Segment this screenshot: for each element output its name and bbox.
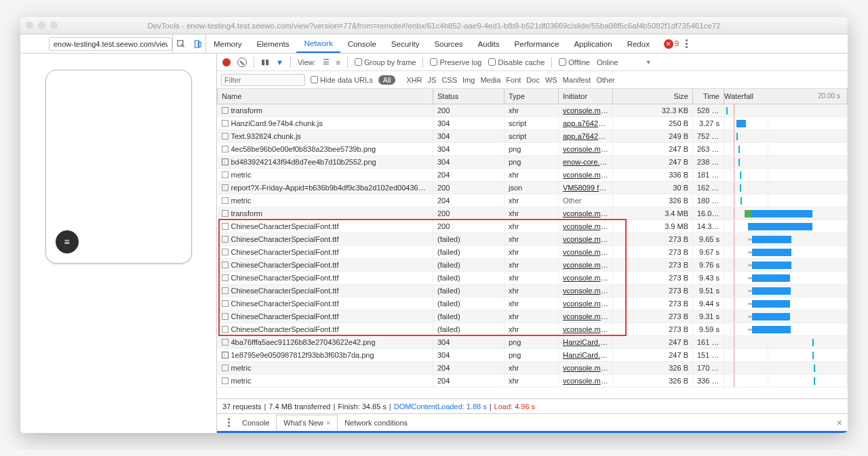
table-row[interactable]: ChineseCharacterSpecialFont.ttf(failed)x… xyxy=(218,284,848,297)
initiator-link[interactable]: Other xyxy=(563,196,582,205)
tab-sources[interactable]: Sources xyxy=(427,35,470,53)
table-row[interactable]: 4ec58be96b0e00ef0b838a23bee5739b.png304p… xyxy=(218,142,848,155)
close-drawer-icon[interactable]: × xyxy=(837,417,842,428)
table-row[interactable]: transform200xhrvconsole.mi…3.4 MB16.02 s xyxy=(218,207,848,220)
table-row[interactable]: metric204xhrOther326 B180 ms xyxy=(218,194,848,207)
record-icon[interactable] xyxy=(222,58,231,66)
tab-network[interactable]: Network xyxy=(296,35,340,53)
tab-security[interactable]: Security xyxy=(384,35,427,53)
initiator-link[interactable]: vconsole.mi… xyxy=(563,274,610,282)
filter-icon[interactable]: ▼ xyxy=(276,58,283,66)
drawer-more-icon[interactable] xyxy=(222,418,235,427)
table-row[interactable]: ChineseCharacterSpecialFont.ttf(failed)x… xyxy=(218,323,848,335)
file-icon xyxy=(222,262,229,268)
col-name[interactable]: Name xyxy=(218,89,433,104)
initiator-link[interactable]: HanziCard.9… xyxy=(563,351,612,359)
table-row[interactable]: ChineseCharacterSpecialFont.ttf200xhrvco… xyxy=(218,220,848,232)
inspect-element-icon[interactable] xyxy=(173,35,189,53)
initiator-link[interactable]: vconsole.mi… xyxy=(563,222,610,230)
small-rows-icon[interactable]: ≡ xyxy=(336,58,340,66)
throttle-select[interactable]: Online xyxy=(597,58,618,66)
menu-fab-icon[interactable]: ≡ xyxy=(56,230,79,253)
initiator-link[interactable]: vconsole.mi… xyxy=(563,145,610,153)
initiator-link[interactable]: app.a76423.… xyxy=(563,119,612,127)
table-row[interactable]: 1e8795e9e050987812f93bb3f603b7da.png304p… xyxy=(218,348,848,361)
drawer-whatsnew[interactable]: What's New× xyxy=(276,415,338,431)
table-row[interactable]: ChineseCharacterSpecialFont.ttf(failed)x… xyxy=(218,258,848,271)
table-row[interactable]: transform200xhrvconsole.mi…32.3 KB528 ms xyxy=(218,104,848,117)
initiator-link[interactable]: enow-core.6… xyxy=(563,158,612,166)
filter-input[interactable] xyxy=(221,74,305,86)
table-row[interactable]: ChineseCharacterSpecialFont.ttf(failed)x… xyxy=(218,245,848,258)
tab-application[interactable]: Application xyxy=(566,35,619,53)
initiator-link[interactable]: vconsole.mi… xyxy=(563,209,610,217)
initiator-link[interactable]: VM58099 fa… xyxy=(563,184,610,192)
filter-all[interactable]: All xyxy=(378,75,396,85)
initiator-link[interactable]: vconsole.mi… xyxy=(563,106,610,115)
filter-media[interactable]: Media xyxy=(480,76,500,84)
network-table[interactable]: Name Status Type Initiator Size Time Wat… xyxy=(217,89,848,398)
col-waterfall[interactable]: Waterfall20.00 s xyxy=(724,89,848,104)
hide-data-urls-checkbox[interactable]: Hide data URLs xyxy=(311,76,373,84)
more-icon[interactable] xyxy=(686,39,688,48)
initiator-link[interactable]: app.a76423.… xyxy=(563,132,612,140)
tab-elements[interactable]: Elements xyxy=(250,35,297,53)
device-toolbar-icon[interactable] xyxy=(189,35,205,53)
tab-audits[interactable]: Audits xyxy=(471,35,507,53)
table-row[interactable]: ChineseCharacterSpecialFont.ttf(failed)x… xyxy=(218,271,848,284)
initiator-link[interactable]: vconsole.mi… xyxy=(563,287,610,295)
table-row[interactable]: Text.932824.chunk.js304scriptapp.a76423.… xyxy=(218,129,848,142)
initiator-link[interactable]: vconsole.mi… xyxy=(563,235,610,243)
table-row[interactable]: metric204xhrvconsole.mi…336 B181 ms xyxy=(218,168,848,181)
table-row[interactable]: report?X-Friday-Appid=b636b9b4df9c3ba2d1… xyxy=(218,181,848,194)
preserve-log-checkbox[interactable]: Preserve log xyxy=(430,58,481,66)
clear-icon[interactable] xyxy=(237,58,247,67)
camera-icon[interactable]: ▮▮ xyxy=(261,58,269,66)
tab-console[interactable]: Console xyxy=(340,35,384,53)
table-row[interactable]: metric204xhrvconsole.mi…326 B170 ms xyxy=(218,361,848,374)
table-row[interactable]: ChineseCharacterSpecialFont.ttf(failed)x… xyxy=(218,297,848,310)
filter-img[interactable]: Img xyxy=(462,76,475,84)
table-row[interactable]: HanziCard.9e74b4.chunk.js304scriptapp.a7… xyxy=(218,117,848,129)
filter-manifest[interactable]: Manifest xyxy=(563,76,591,84)
table-row[interactable]: ChineseCharacterSpecialFont.ttf(failed)x… xyxy=(218,232,848,245)
table-row[interactable]: metric204xhrvconsole.mi…326 B336 ms xyxy=(218,374,848,387)
address-input[interactable] xyxy=(49,37,172,51)
filter-css[interactable]: CSS xyxy=(441,76,457,84)
initiator-link[interactable]: vconsole.mi… xyxy=(563,364,610,372)
col-time[interactable]: Time xyxy=(693,89,724,104)
initiator-link[interactable]: vconsole.mi… xyxy=(563,248,610,256)
offline-checkbox[interactable]: Offline xyxy=(559,58,590,66)
initiator-link[interactable]: vconsole.mi… xyxy=(563,299,610,308)
close-tab-icon[interactable]: × xyxy=(326,419,330,427)
error-indicator[interactable]: ✕9 xyxy=(664,39,679,49)
initiator-link[interactable]: vconsole.mi… xyxy=(563,377,610,385)
tab-memory[interactable]: Memory xyxy=(206,35,250,53)
filter-js[interactable]: JS xyxy=(428,76,437,84)
filter-ws[interactable]: WS xyxy=(545,76,557,84)
tab-performance[interactable]: Performance xyxy=(507,35,567,53)
initiator-link[interactable]: HanziCard.9… xyxy=(563,338,612,346)
group-by-frame-checkbox[interactable]: Group by frame xyxy=(355,58,416,66)
initiator-link[interactable]: vconsole.mi… xyxy=(563,325,610,333)
disable-cache-checkbox[interactable]: Disable cache xyxy=(488,58,545,66)
drawer-console[interactable]: Console xyxy=(235,415,276,430)
filter-font[interactable]: Font xyxy=(506,76,521,84)
dropdown-icon[interactable]: ▼ xyxy=(646,59,652,66)
initiator-link[interactable]: vconsole.mi… xyxy=(563,261,610,269)
drawer-network-conditions[interactable]: Network conditions xyxy=(338,415,414,430)
col-status[interactable]: Status xyxy=(433,89,505,104)
col-type[interactable]: Type xyxy=(505,89,559,104)
large-rows-icon[interactable]: ☰ xyxy=(323,58,330,66)
col-size[interactable]: Size xyxy=(613,89,693,104)
tab-redux[interactable]: Redux xyxy=(620,35,657,53)
col-initiator[interactable]: Initiator xyxy=(559,89,613,104)
filter-xhr[interactable]: XHR xyxy=(406,76,422,84)
filter-other[interactable]: Other xyxy=(596,76,615,84)
table-row[interactable]: 4ba76fffa5aec91126b83e27043622e42.png304… xyxy=(218,335,848,348)
table-row[interactable]: bd4839242143f94d8d7ee4b7d10b2552.png304p… xyxy=(218,155,848,168)
filter-doc[interactable]: Doc xyxy=(526,76,540,84)
table-row[interactable]: ChineseCharacterSpecialFont.ttf(failed)x… xyxy=(218,310,848,323)
initiator-link[interactable]: vconsole.mi… xyxy=(563,312,610,320)
initiator-link[interactable]: vconsole.mi… xyxy=(563,171,610,179)
